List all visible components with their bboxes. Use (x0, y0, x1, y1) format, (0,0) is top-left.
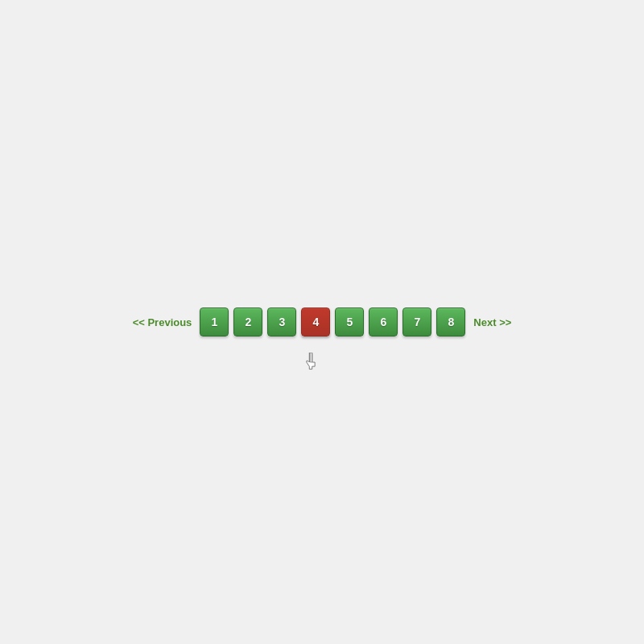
page-5-button[interactable]: 5 (335, 308, 364, 336)
page-7-button[interactable]: 7 (402, 308, 431, 336)
page-2-button[interactable]: 2 (233, 308, 262, 336)
pagination: << Previous 1 2 3 4 5 6 7 8 Next >> (130, 308, 515, 336)
page-1-button[interactable]: 1 (200, 308, 229, 336)
page-8-button[interactable]: 8 (436, 308, 465, 336)
svg-rect-0 (311, 353, 313, 362)
page-6-button[interactable]: 6 (369, 308, 398, 336)
cursor-icon (303, 353, 319, 372)
page-3-button[interactable]: 3 (267, 308, 296, 336)
prev-button[interactable]: << Previous (130, 316, 196, 328)
page-4-button[interactable]: 4 (301, 308, 330, 336)
next-button[interactable]: Next >> (470, 316, 514, 328)
